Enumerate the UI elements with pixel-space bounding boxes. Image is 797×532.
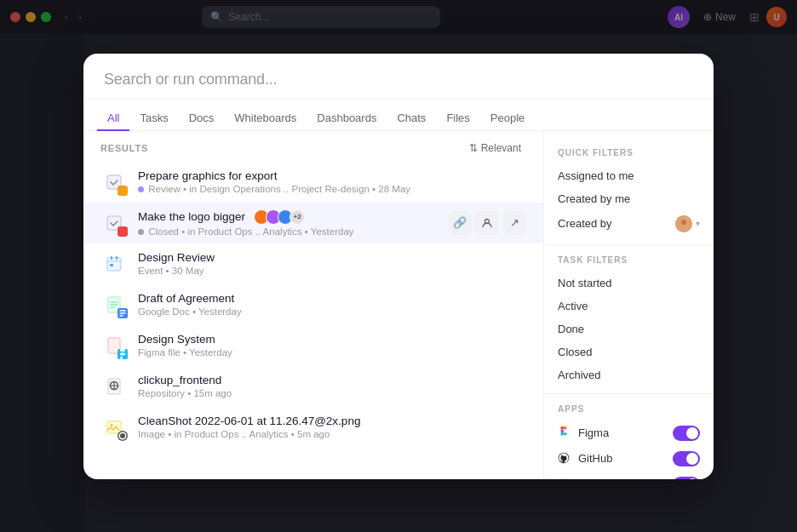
filter-figma[interactable]: Figma [544, 420, 714, 446]
svg-rect-19 [561, 432, 565, 436]
image-icon [100, 414, 128, 441]
filter-label: Assigned to me [558, 169, 700, 182]
toggle-thumb [686, 453, 698, 465]
figma-file-icon [100, 332, 128, 359]
result-item[interactable]: Draft of Agreement Google Doc • Yesterda… [83, 284, 543, 325]
figma-badge [118, 349, 128, 359]
assign-action-button[interactable] [475, 211, 499, 235]
tab-all[interactable]: All [97, 106, 129, 131]
result-item[interactable]: clickup_frontend Repository • 15m ago [83, 366, 543, 407]
svg-rect-18 [561, 429, 565, 432]
svg-rect-17 [564, 426, 567, 430]
filter-label: Not started [558, 277, 700, 289]
result-title: Prepare graphics for export [138, 169, 278, 182]
filter-label: Figma [578, 426, 666, 439]
filter-done[interactable]: Done [544, 317, 714, 340]
quick-filters-title: QUICK FILTERS [544, 145, 714, 164]
filter-label: Created by [558, 217, 668, 230]
filter-label: Active [558, 300, 700, 312]
results-panel: RESULTS ⇅ Relevant [83, 131, 543, 479]
results-label: RESULTS [100, 143, 148, 153]
filter-label: Created by me [558, 192, 700, 205]
tab-docs[interactable]: Docs [179, 106, 225, 131]
tab-files[interactable]: Files [436, 106, 479, 131]
search-modal: Search or run command... All Tasks Docs … [83, 54, 714, 479]
priority-badge [118, 226, 128, 237]
result-content: Design Review Event • 30 May [138, 251, 526, 276]
chevron-down-icon: ▾ [696, 219, 700, 228]
svg-rect-22 [559, 478, 568, 479]
task-icon [100, 209, 128, 237]
status-dot [138, 186, 144, 192]
filter-assigned-to-me[interactable]: Assigned to me [544, 164, 714, 187]
sort-label: Relevant [481, 142, 521, 154]
tab-whiteboards[interactable]: Whiteboards [224, 106, 307, 131]
filter-active[interactable]: Active [544, 295, 714, 317]
filter-right: ▾ [675, 215, 700, 232]
filter-avatar [675, 215, 692, 232]
result-meta: Figma file • Yesterday [138, 347, 526, 358]
filter-not-started[interactable]: Not started [544, 272, 714, 295]
result-content: Design System Figma file • Yesterday [138, 333, 526, 358]
svg-point-20 [564, 432, 567, 436]
figma-toggle[interactable] [673, 426, 700, 441]
toggle-thumb [686, 478, 698, 479]
user-avatars: +2 [254, 209, 305, 225]
gdoc-badge [118, 308, 128, 318]
result-title: Design Review [138, 251, 215, 264]
filter-label: Archived [558, 369, 700, 381]
search-input-area[interactable]: Search or run command... [83, 54, 714, 100]
open-action-button[interactable]: ↗ [502, 211, 526, 235]
sort-icon: ⇅ [469, 142, 478, 154]
svg-point-13 [119, 432, 126, 439]
result-meta: Google Doc • Yesterday [138, 306, 526, 317]
tab-chats[interactable]: Chats [387, 106, 436, 131]
result-item[interactable]: Prepare graphics for export Review • in … [83, 162, 543, 203]
search-input[interactable]: Search or run command... [104, 71, 693, 89]
github-icon [558, 452, 571, 466]
filter-gcal[interactable]: 31 Google Calendar [544, 472, 714, 479]
result-item[interactable]: Make the logo bigger +2 Closed • in Prod… [83, 203, 543, 243]
filter-closed[interactable]: Closed [544, 340, 714, 363]
filter-label: GitHub [578, 452, 666, 465]
filter-label: Closed [558, 346, 700, 358]
filter-archived[interactable]: Archived [544, 363, 714, 386]
filter-created-by-me[interactable]: Created by me [544, 187, 714, 210]
event-icon [100, 250, 128, 277]
repo-icon [100, 373, 128, 400]
gcal-icon: 31 [558, 478, 571, 479]
result-item[interactable]: Design Review Event • 30 May [83, 243, 543, 284]
filter-github[interactable]: GitHub [544, 446, 714, 472]
filter-tabs: All Tasks Docs Whiteboards Dashboards Ch… [83, 100, 714, 131]
svg-rect-5 [116, 256, 118, 260]
svg-point-15 [681, 220, 686, 225]
tab-tasks[interactable]: Tasks [129, 106, 178, 131]
result-meta: Closed • in Product Ops .. Analytics • Y… [138, 226, 438, 237]
figma-icon [558, 426, 571, 440]
svg-rect-6 [110, 264, 113, 266]
gcal-toggle[interactable] [673, 477, 700, 479]
priority-badge [118, 186, 128, 196]
result-item[interactable]: Design System Figma file • Yesterday [83, 325, 543, 366]
result-content: Make the logo bigger +2 Closed • in Prod… [138, 209, 438, 237]
result-content: clickup_frontend Repository • 15m ago [138, 374, 526, 398]
filters-panel: QUICK FILTERS Assigned to me Created by … [543, 131, 714, 479]
sort-button[interactable]: ⇅ Relevant [464, 140, 526, 157]
result-content: CleanShot 2022-06-01 at 11.26.47@2x.png … [138, 415, 526, 439]
github-toggle[interactable] [673, 451, 700, 466]
image-badge [118, 431, 128, 441]
results-header: RESULTS ⇅ Relevant [83, 131, 543, 162]
divider [544, 244, 714, 245]
result-title: Draft of Agreement [138, 292, 234, 305]
svg-rect-16 [561, 426, 565, 430]
tab-people[interactable]: People [480, 106, 535, 131]
tab-dashboards[interactable]: Dashboards [307, 106, 387, 131]
filter-created-by[interactable]: Created by ▾ [544, 210, 714, 237]
result-meta: Image • in Product Ops .. Analytics • 5m… [138, 429, 526, 439]
filter-label: Google Calendar [578, 478, 666, 479]
result-item[interactable]: CleanShot 2022-06-01 at 11.26.47@2x.png … [83, 407, 543, 448]
result-title: CleanShot 2022-06-01 at 11.26.47@2x.png [138, 415, 360, 427]
link-action-button[interactable]: 🔗 [448, 211, 472, 235]
result-title: clickup_frontend [138, 374, 221, 386]
result-actions: 🔗 ↗ [448, 211, 526, 235]
